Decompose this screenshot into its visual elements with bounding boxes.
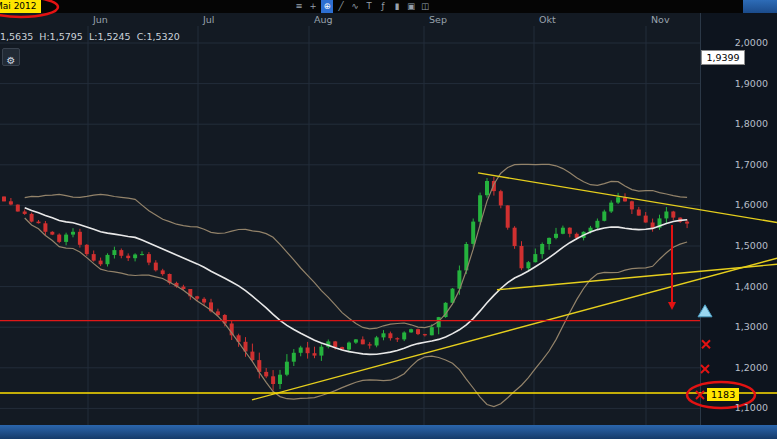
- candle-body: [423, 334, 427, 335]
- gear-icon: ⚙: [7, 55, 16, 66]
- candle-body: [637, 210, 641, 216]
- candle-body: [382, 333, 386, 337]
- candle-body: [78, 232, 82, 245]
- candle-body: [106, 255, 110, 264]
- candle-body: [140, 254, 144, 255]
- candle-body: [471, 222, 475, 244]
- candle-body: [520, 246, 524, 268]
- candle-body: [161, 270, 165, 274]
- candle-body: [630, 201, 634, 209]
- candle-body: [347, 343, 351, 350]
- candle-body: [664, 212, 668, 219]
- candle-body: [333, 341, 337, 347]
- candle-body: [644, 216, 648, 223]
- price-marker-label: 1,9399: [701, 50, 745, 65]
- candle-body: [375, 337, 379, 345]
- candle-body: [402, 333, 406, 340]
- candle-body: [568, 228, 572, 234]
- candle-body: [285, 362, 289, 375]
- candle-body: [561, 228, 565, 234]
- candle-body: [430, 327, 434, 335]
- candle-body: [202, 299, 206, 303]
- ohlc-readout: 1,5635 H:1,5795 L:1,5245 C:1,5320: [0, 31, 180, 42]
- candle-body: [23, 212, 27, 214]
- candle-body: [264, 372, 268, 377]
- arrowhead-icon: [668, 302, 676, 310]
- highlighted-value-label: 1183: [707, 388, 739, 401]
- candle-body: [602, 212, 606, 221]
- candle-body: [547, 238, 551, 244]
- candle-body: [299, 348, 303, 353]
- candle-body: [64, 235, 68, 242]
- chart-canvas[interactable]: [0, 0, 777, 439]
- candle-body: [119, 250, 123, 256]
- candle-body: [685, 222, 689, 224]
- candle-body: [271, 376, 275, 384]
- candle-body: [57, 235, 61, 242]
- candle-body: [147, 254, 151, 263]
- candle-body: [388, 333, 392, 338]
- trendline[interactable]: [478, 173, 777, 223]
- candle-body: [533, 254, 537, 262]
- candle-body: [478, 195, 482, 221]
- candle-body: [354, 339, 358, 342]
- candle-body: [30, 214, 34, 222]
- candle-body: [71, 232, 75, 235]
- candle-body: [409, 329, 413, 332]
- candle-body: [319, 347, 323, 356]
- candle-body: [416, 329, 420, 334]
- candle-body: [671, 212, 675, 218]
- candle-body: [43, 223, 47, 232]
- trading-platform-window: ≡+⊕╱∿Tƒ▮▣◫ JunJulAugSepOktNov 2,00001,90…: [0, 0, 777, 439]
- triangle-marker-icon[interactable]: [698, 305, 712, 317]
- candle-body: [99, 261, 103, 265]
- settings-gear-button[interactable]: ⚙: [2, 48, 20, 66]
- candle-body: [292, 353, 296, 362]
- candle-body: [499, 191, 503, 205]
- candle-body: [85, 245, 89, 254]
- candle-body: [513, 228, 517, 246]
- candle-body: [506, 205, 510, 227]
- candle-body: [306, 348, 310, 354]
- candle-body: [485, 181, 489, 195]
- candle-body: [2, 197, 6, 202]
- candle-body: [278, 375, 282, 384]
- candle-body: [540, 244, 544, 254]
- candle-body: [609, 203, 613, 212]
- candle-body: [50, 232, 54, 235]
- candle-body: [195, 296, 199, 298]
- candle-body: [526, 262, 530, 268]
- bollinger-upper-band: [25, 164, 687, 329]
- candle-body: [133, 255, 137, 259]
- candle-body: [37, 222, 41, 224]
- candle-body: [616, 197, 620, 202]
- date-tooltip: Mai 2012: [0, 0, 41, 13]
- candle-body: [9, 201, 13, 204]
- candle-body: [395, 338, 399, 339]
- candle-body: [154, 263, 158, 271]
- candle-body: [595, 221, 599, 228]
- candle-body: [126, 256, 130, 258]
- candle-body: [554, 234, 558, 238]
- trendline[interactable]: [252, 258, 777, 400]
- candle-body: [92, 254, 96, 261]
- candle-body: [112, 250, 116, 255]
- candle-body: [368, 344, 372, 345]
- candle-body: [313, 353, 317, 355]
- candle-body: [651, 223, 655, 228]
- candle-body: [181, 287, 185, 289]
- candle-body: [361, 339, 365, 344]
- candle-body: [16, 205, 20, 212]
